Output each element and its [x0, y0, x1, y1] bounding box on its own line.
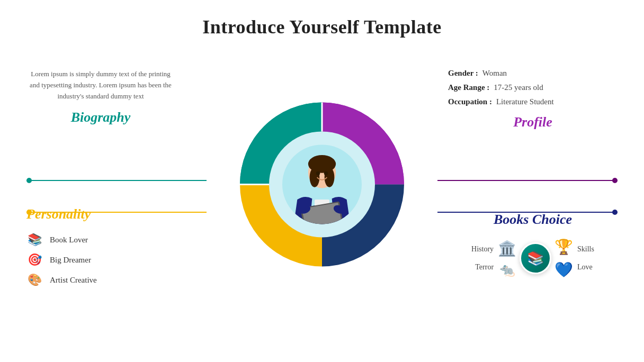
- line-profile: [437, 180, 618, 181]
- biography-label: Biography: [26, 110, 175, 125]
- age-stat: Age Range : 17-25 years old: [448, 83, 618, 92]
- love-label: Love: [577, 263, 594, 272]
- big-dreamer-icon: 🎯: [26, 253, 42, 267]
- list-item: 🎨 Artist Creative: [26, 273, 175, 287]
- books-section: Books Choice History Terror 🏛️ 🐀 📚 🏆 💙: [448, 212, 618, 278]
- skills-icon: 🏆: [554, 238, 573, 256]
- personality-list: 📚 Book Lover 🎯 Big Dreamer 🎨 Artist Crea…: [26, 233, 175, 287]
- list-item: 📚 Book Lover: [26, 233, 175, 247]
- personality-label: Personality: [26, 206, 175, 222]
- artist-creative-icon: 🎨: [26, 273, 42, 287]
- age-label: Age Range :: [448, 83, 489, 92]
- svg-point-14: [324, 171, 328, 175]
- love-icon: 💙: [554, 261, 573, 278]
- skills-label: Skills: [577, 245, 594, 254]
- terror-label: Terror: [471, 263, 494, 272]
- books-right-icons: 🏆 💙: [554, 238, 573, 278]
- profile-stats: Gender : Woman Age Range : 17-25 years o…: [448, 69, 618, 106]
- books-left-labels: History Terror: [471, 245, 494, 272]
- line-biography: [26, 180, 207, 181]
- gender-label: Gender :: [448, 69, 478, 78]
- page: Introduce Yourself Template: [0, 0, 644, 362]
- center-chart: [237, 99, 407, 269]
- biography-section: Lorem ipsum is simply dummy text of the …: [26, 69, 175, 125]
- svg-point-8: [325, 167, 335, 187]
- books-right-labels: Skills Love: [577, 245, 594, 272]
- occupation-stat: Occupation : Literature Student: [448, 97, 618, 106]
- terror-icon: 🐀: [499, 263, 515, 277]
- age-value: 17-25 years old: [494, 83, 543, 92]
- svg-point-7: [310, 167, 320, 187]
- person-photo: [282, 144, 362, 224]
- bio-text: Lorem ipsum is simply dummy text of the …: [26, 69, 175, 102]
- history-label: History: [471, 245, 494, 254]
- profile-section: Gender : Woman Age Range : 17-25 years o…: [448, 69, 618, 130]
- occupation-label: Occupation :: [448, 97, 492, 106]
- books-center-icon: 📚: [520, 242, 551, 274]
- page-title: Introduce Yourself Template: [0, 0, 644, 38]
- history-icon: 🏛️: [498, 240, 516, 257]
- occupation-value: Literature Student: [496, 97, 554, 106]
- list-item: 🎯 Big Dreamer: [26, 253, 175, 267]
- books-label: Books Choice: [448, 212, 618, 228]
- personality-section: Personality 📚 Book Lover 🎯 Big Dreamer 🎨…: [26, 206, 175, 293]
- books-left-icons: 🏛️ 🐀: [498, 240, 516, 277]
- books-icons-area: History Terror 🏛️ 🐀 📚 🏆 💙 Skills Love: [448, 238, 618, 278]
- artist-creative-text: Artist Creative: [50, 276, 97, 285]
- gender-value: Woman: [482, 69, 507, 78]
- gender-stat: Gender : Woman: [448, 69, 618, 78]
- big-dreamer-text: Big Dreamer: [50, 256, 91, 265]
- person-svg: [285, 144, 359, 224]
- book-lover-icon: 📚: [26, 233, 42, 247]
- svg-point-13: [316, 171, 320, 175]
- profile-label: Profile: [448, 114, 618, 130]
- book-lover-text: Book Lover: [50, 236, 88, 245]
